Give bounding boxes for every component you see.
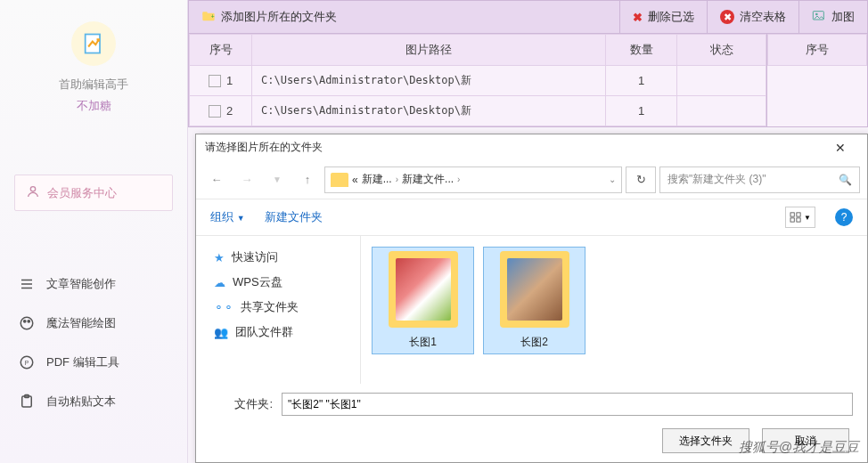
close-button[interactable]: ✕ [823, 141, 858, 155]
nav-auto-paste[interactable]: 自动粘贴文本 [0, 382, 187, 421]
side-table: 序号 [767, 34, 868, 127]
user-icon [26, 184, 40, 201]
search-icon: 🔍 [839, 174, 852, 186]
clear-table-button[interactable]: ✖清空表格 [708, 1, 799, 33]
cloud-icon: ☁ [214, 276, 225, 289]
folder-label: 文件夹: [210, 396, 273, 412]
nav-pdf-edit[interactable]: PPDF 编辑工具 [0, 343, 187, 382]
table-row[interactable]: 2 C:\Users\Administrator\Desktop\新 1 [190, 96, 766, 126]
member-service-link[interactable]: 会员服务中心 [14, 175, 173, 211]
recent-dropdown[interactable]: ▼ [264, 167, 291, 193]
member-link-label: 会员服务中心 [47, 185, 117, 201]
folder-name-input[interactable] [282, 393, 853, 416]
svg-rect-13 [202, 12, 207, 14]
chevron-right-icon: › [457, 175, 460, 184]
list-icon [18, 275, 36, 293]
table-header-row: 序号 图片路径 数量 状态 [190, 35, 766, 66]
add-folder-button[interactable]: +添加图片所在的文件夹 [189, 1, 620, 33]
add-image-button[interactable]: 加图 [799, 1, 867, 33]
image-plus-icon [812, 10, 826, 25]
svg-point-1 [30, 187, 35, 191]
logo-area: 首助编辑高手 不加糖 [0, 0, 187, 121]
nav-article[interactable]: 文章智能创作 [0, 264, 187, 304]
dialog-title: 请选择图片所在的文件夹 [205, 140, 323, 155]
chevron-right-icon: › [396, 175, 398, 184]
search-input[interactable]: 搜索"新建文件夹 (3)" 🔍 [659, 167, 860, 193]
tree-quick-access[interactable]: ★快速访问 [209, 245, 348, 270]
up-button[interactable]: ↑ [294, 167, 321, 193]
folder-picker-dialog: 请选择图片所在的文件夹 ✕ ← → ▼ ↑ « 新建... › 新建文件... … [195, 134, 868, 463]
svg-text:P: P [25, 360, 29, 366]
row-checkbox[interactable] [209, 75, 221, 87]
help-button[interactable]: ? [835, 208, 853, 226]
svg-rect-0 [86, 35, 100, 53]
svg-rect-17 [790, 213, 794, 216]
svg-text:+: + [211, 12, 215, 19]
table-row[interactable]: 1 C:\Users\Administrator\Desktop\新 1 [190, 66, 766, 96]
paste-icon [18, 393, 36, 410]
folder-tree: ★快速访问 ☁WPS云盘 ⚬⚬共享文件夹 👥团队文件群 [196, 236, 361, 384]
app-logo-icon [71, 21, 116, 66]
team-icon: 👥 [214, 326, 228, 339]
tree-wps-cloud[interactable]: ☁WPS云盘 [209, 270, 348, 295]
breadcrumb[interactable]: « 新建... › 新建文件... › ⌄ [324, 167, 622, 193]
tree-team-files[interactable]: 👥团队文件群 [209, 320, 348, 345]
new-folder-button[interactable]: 新建文件夹 [265, 209, 323, 225]
nav-magic-draw[interactable]: 魔法智能绘图 [0, 304, 187, 343]
chevron-down-icon[interactable]: ⌄ [609, 175, 616, 184]
delete-selected-button[interactable]: ✖删除已选 [620, 1, 708, 33]
pdf-icon: P [18, 353, 36, 371]
clear-icon: ✖ [720, 10, 734, 24]
tree-shared-folder[interactable]: ⚬⚬共享文件夹 [209, 295, 348, 320]
svg-point-7 [28, 321, 29, 322]
dialog-nav: ← → ▼ ↑ « 新建... › 新建文件... › ⌄ ↻ 搜索"新建文件夹… [196, 160, 867, 199]
svg-point-16 [815, 12, 818, 15]
folder-icon [331, 173, 348, 187]
svg-point-5 [20, 317, 33, 329]
svg-rect-19 [790, 218, 794, 222]
folder-plus-icon: + [201, 10, 216, 25]
palette-icon [18, 314, 36, 332]
main-table: 序号 图片路径 数量 状态 1 C:\Users\Administrator\D… [188, 34, 767, 127]
folder-item[interactable]: 长图2 [483, 247, 585, 354]
sidebar: 首助编辑高手 不加糖 会员服务中心 文章智能创作 魔法智能绘图 PPDF 编辑工… [0, 0, 188, 463]
organize-menu[interactable]: 组织 ▼ [210, 209, 245, 225]
svg-rect-18 [797, 213, 800, 216]
dialog-footer: 文件夹: [196, 384, 867, 425]
svg-rect-20 [797, 218, 800, 222]
share-icon: ⚬⚬ [214, 301, 233, 314]
toolbar: +添加图片所在的文件夹 ✖删除已选 ✖清空表格 加图 [188, 0, 868, 34]
x-icon: ✖ [633, 11, 643, 24]
star-icon: ★ [214, 251, 225, 264]
folder-content: 长图1 长图2 [361, 236, 867, 384]
folder-thumbnail-icon [389, 251, 458, 328]
app-name: 首助编辑高手 [0, 77, 187, 93]
cancel-button[interactable]: 取消 [762, 428, 849, 453]
nav-list: 文章智能创作 魔法智能绘图 PPDF 编辑工具 自动粘贴文本 [0, 264, 187, 421]
refresh-button[interactable]: ↻ [626, 167, 656, 193]
folder-thumbnail-icon [500, 251, 569, 328]
view-mode-button[interactable]: ▼ [785, 207, 815, 228]
row-checkbox[interactable] [209, 105, 221, 118]
forward-button[interactable]: → [233, 167, 260, 193]
app-subtitle: 不加糖 [0, 98, 187, 114]
back-button[interactable]: ← [203, 167, 230, 193]
svg-point-6 [24, 321, 26, 322]
folder-item[interactable]: 长图1 [372, 247, 474, 354]
dialog-titlebar: 请选择图片所在的文件夹 ✕ [196, 134, 867, 160]
select-folder-button[interactable]: 选择文件夹 [662, 428, 749, 453]
dialog-toolbar: 组织 ▼ 新建文件夹 ▼ ? [196, 199, 867, 236]
